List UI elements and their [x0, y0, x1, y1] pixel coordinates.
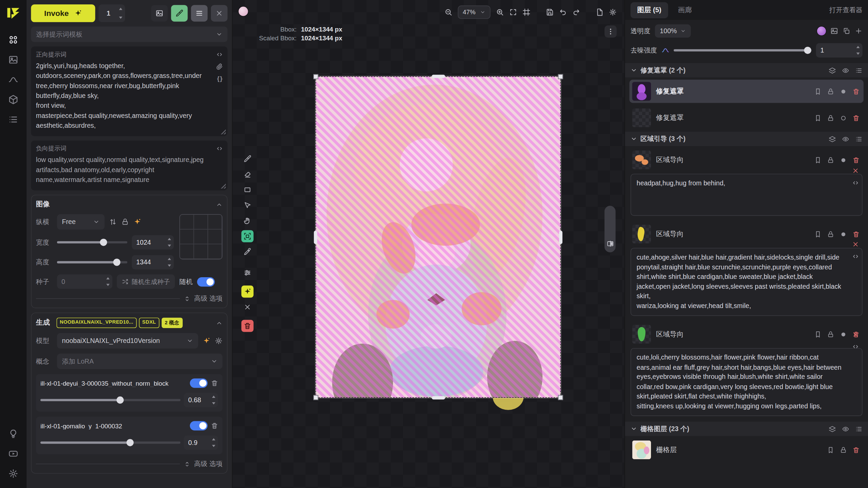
send-to-gallery-button[interactable] [151, 5, 168, 22]
enabled-indicator-icon[interactable] [840, 331, 847, 338]
nav-canvas[interactable] [4, 32, 23, 48]
trash-icon[interactable] [211, 422, 218, 429]
embed-code-icon[interactable] [216, 51, 223, 58]
help-icon[interactable] [4, 426, 23, 442]
opacity-select[interactable]: 100% [655, 24, 691, 38]
optimize-size-icon[interactable] [133, 218, 141, 226]
aspect-select[interactable]: Free [57, 214, 104, 230]
list-icon[interactable] [855, 425, 862, 432]
width-slider[interactable] [57, 241, 127, 244]
save-canvas-button[interactable] [546, 8, 554, 16]
negative-prompt-input[interactable]: low quality,worst quality,normal quality… [36, 155, 222, 185]
generation-section-header[interactable]: 生成 NOOBAIXLNAIXL_VPRED10... SDXL 2 概念 [36, 318, 222, 328]
seed-input[interactable]: 0 [57, 274, 112, 289]
layer-row-regional[interactable]: 区域导向 [629, 148, 864, 172]
swap-dimensions-icon[interactable] [109, 218, 117, 226]
denoise-slider[interactable] [674, 49, 812, 52]
bookmark-icon[interactable] [814, 156, 822, 163]
nav-queue[interactable] [4, 112, 23, 127]
rect-tool[interactable] [241, 184, 254, 196]
advanced-options-row[interactable]: 高级 选项 [36, 459, 222, 469]
positive-prompt-input[interactable]: 2girls,yuri,hug,heads together, outdoors… [36, 61, 222, 131]
bbox-handle-e[interactable] [559, 230, 563, 244]
undo-button[interactable] [559, 8, 567, 16]
tab-layers[interactable]: 图层 (5) [631, 2, 668, 18]
bbox-handle-sw[interactable] [313, 395, 318, 400]
pan-tool[interactable] [241, 215, 254, 227]
remove-prompt-icon[interactable] [852, 167, 859, 174]
brush-tool[interactable] [241, 153, 254, 165]
cancel-region-button[interactable] [241, 301, 254, 313]
lock-icon[interactable] [827, 88, 834, 95]
invoke-button[interactable]: Invoke [31, 4, 95, 22]
queue-menu-button[interactable] [191, 5, 208, 22]
add-layer-icon[interactable] [855, 27, 863, 35]
default-settings-icon[interactable] [203, 337, 211, 345]
bookmark-icon[interactable] [814, 331, 822, 338]
layer-color-swatch[interactable] [817, 26, 826, 35]
lora-weight-slider[interactable] [40, 399, 180, 401]
settings-icon[interactable] [4, 466, 23, 482]
trash-icon[interactable] [852, 446, 860, 453]
enabled-indicator-icon[interactable] [840, 114, 847, 121]
merge-layers-icon[interactable] [829, 135, 836, 142]
trash-icon[interactable] [852, 156, 860, 163]
prompt-template-select[interactable]: 选择提示词模板 [31, 26, 228, 42]
trash-icon[interactable] [211, 380, 218, 387]
height-slider[interactable] [57, 261, 127, 264]
trash-icon[interactable] [852, 88, 860, 95]
bbox-handle-nw[interactable] [313, 74, 318, 79]
canvas-workspace[interactable]: Bbox: 1024×1344 px Scaled Bbox: 1024×134… [233, 0, 625, 488]
bbox-handle-se[interactable] [558, 395, 563, 400]
layer-row-inpaint-mask[interactable]: 修复遮罩 [629, 106, 864, 129]
layer-row-raster[interactable]: 栅格层 [629, 438, 864, 462]
lora-enabled-toggle[interactable] [190, 379, 208, 388]
model-select[interactable]: noobaiXLNAIXL_vPred10Version [57, 333, 198, 349]
group-inpaint-masks[interactable]: 修复遮罩 (2 个) [625, 63, 868, 77]
tool-settings-button[interactable] [241, 267, 254, 279]
embed-code-icon[interactable] [852, 253, 859, 260]
trash-icon[interactable] [852, 230, 860, 238]
nav-models[interactable] [4, 92, 23, 107]
visibility-icon[interactable] [842, 425, 849, 432]
new-canvas-button[interactable] [596, 8, 604, 16]
nav-gallery[interactable] [4, 52, 23, 67]
canvas-menu-button[interactable] [605, 25, 617, 38]
lock-aspect-icon[interactable] [121, 218, 129, 226]
trash-icon[interactable] [852, 114, 860, 121]
bookmark-icon[interactable] [814, 88, 822, 95]
list-icon[interactable] [855, 67, 862, 74]
embed-code-icon[interactable] [216, 145, 223, 152]
eyedropper-tool[interactable] [241, 246, 254, 258]
lora-weight-input[interactable]: 0.9 [184, 435, 218, 450]
zoom-select[interactable]: 47% [458, 5, 490, 19]
random-seed-toggle[interactable] [197, 277, 215, 286]
canvas-mode-button[interactable] [171, 5, 188, 22]
lora-weight-input[interactable]: 0.68 [184, 393, 218, 407]
bbox-handle-ne[interactable] [558, 74, 563, 79]
regional-prompt-input[interactable]: cute,ahoge,silver hair,blue hair,gradien… [631, 248, 863, 316]
bbox-handle-n[interactable] [432, 75, 445, 78]
add-lora-select[interactable]: 添加 LoRA [57, 353, 222, 369]
move-tool[interactable] [241, 199, 254, 211]
lock-icon[interactable] [827, 114, 834, 121]
nav-upscaling[interactable] [4, 72, 23, 87]
generation-bbox[interactable] [316, 76, 561, 398]
model-settings-icon[interactable] [215, 337, 222, 345]
regional-prompt-input[interactable]: headpat,hug,hug from behind, [631, 174, 863, 216]
delete-button[interactable] [241, 320, 254, 332]
visibility-icon[interactable] [842, 67, 849, 74]
random-seed-button[interactable]: 随机生成种子 [117, 274, 175, 289]
lora-weight-slider[interactable] [40, 442, 180, 444]
merge-layers-icon[interactable] [829, 67, 836, 74]
layer-row-regional[interactable]: 区域导向 [629, 323, 864, 346]
bookmark-icon[interactable] [814, 114, 822, 121]
bbox-tool[interactable] [241, 230, 254, 242]
lock-icon[interactable] [840, 446, 847, 453]
bookmark-icon[interactable] [814, 230, 822, 238]
enabled-indicator-icon[interactable] [840, 230, 847, 238]
group-raster-layers[interactable]: 栅格图层 (23 个) [625, 422, 868, 436]
group-regional-guidance[interactable]: 区域引导 (3 个) [625, 132, 868, 146]
bbox-handle-w[interactable] [314, 230, 317, 244]
merge-layers-icon[interactable] [829, 425, 836, 432]
